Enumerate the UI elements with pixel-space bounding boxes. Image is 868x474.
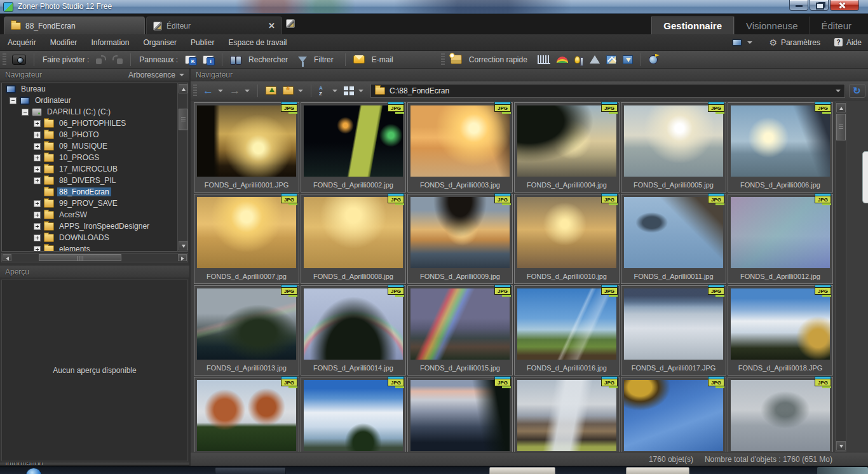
tree-item-99-prov-save[interactable]: 99_PROV_SAVE bbox=[2, 198, 187, 209]
tree-item-10-progs[interactable]: 10_PROGS bbox=[2, 152, 187, 163]
taskbar-button[interactable] bbox=[215, 467, 286, 474]
photo-thumbnail[interactable] bbox=[731, 105, 830, 177]
view-mode-button[interactable] bbox=[341, 85, 367, 97]
thumbnail-cell[interactable]: JPG bbox=[194, 377, 299, 452]
expand-icon[interactable] bbox=[34, 246, 41, 252]
rotate-right-button[interactable] bbox=[109, 54, 126, 65]
mode-visionneuse[interactable]: Visionneuse bbox=[734, 17, 809, 34]
thumbnail-cell[interactable]: JPGFONDS_d_Aprilli0007.jpg bbox=[194, 194, 299, 284]
toolbar-grip[interactable] bbox=[3, 53, 6, 66]
thumbnail-cell[interactable]: JPGFONDS_d_Aprilli0015.jpg bbox=[407, 285, 513, 376]
menu-publier[interactable]: Publier bbox=[184, 35, 220, 50]
tree-item-apps-ironspeeddesigner[interactable]: APPS_IronSpeedDesigner bbox=[2, 220, 187, 232]
scroll-up-icon[interactable] bbox=[836, 103, 846, 112]
menu-acquérir[interactable]: Acquérir bbox=[1, 35, 43, 50]
photo-thumbnail[interactable] bbox=[410, 288, 510, 360]
taskbar-button[interactable] bbox=[626, 467, 689, 474]
minimize-button[interactable] bbox=[789, 0, 808, 11]
photo-thumbnail[interactable] bbox=[624, 380, 723, 451]
expand-icon[interactable] bbox=[34, 200, 41, 207]
gear-icon[interactable]: ⚙ bbox=[769, 37, 777, 48]
chevron-down-icon[interactable] bbox=[245, 90, 250, 92]
scrollbar-thumb[interactable] bbox=[836, 114, 846, 140]
batch-button[interactable] bbox=[620, 54, 636, 65]
favorites-button[interactable] bbox=[280, 85, 306, 96]
toolbar-grip[interactable] bbox=[441, 53, 445, 66]
photo-thumbnail[interactable] bbox=[731, 288, 830, 360]
panel-navigator-button[interactable] bbox=[182, 54, 200, 65]
thumbnail-cell[interactable]: JPGFONDS_d_Aprilli0008.jpg bbox=[301, 194, 406, 284]
expand-icon[interactable] bbox=[34, 132, 41, 139]
menu-modifier[interactable]: Modifier bbox=[44, 35, 84, 50]
photo-thumbnail[interactable] bbox=[731, 197, 830, 268]
rotate-left-button[interactable] bbox=[93, 54, 109, 65]
thumbnail-cell[interactable]: JPGFONDS_d_Aprilli0012.jpg bbox=[728, 194, 833, 284]
photo-thumbnail[interactable] bbox=[517, 105, 616, 177]
photo-thumbnail[interactable] bbox=[197, 288, 296, 360]
acquire-button[interactable] bbox=[9, 53, 29, 66]
tree-item-09-musique[interactable]: 09_MUSIQUE bbox=[2, 140, 187, 152]
photo-thumbnail[interactable] bbox=[197, 380, 296, 451]
mode-éditeur[interactable]: Éditeur bbox=[809, 17, 863, 34]
scroll-down-icon[interactable] bbox=[179, 241, 187, 250]
exposure-button[interactable] bbox=[571, 55, 587, 65]
collapse-icon[interactable] bbox=[22, 109, 29, 116]
expand-icon[interactable] bbox=[34, 154, 41, 161]
photo-thumbnail[interactable] bbox=[410, 380, 510, 451]
scroll-right-icon[interactable] bbox=[178, 254, 187, 261]
photo-thumbnail[interactable] bbox=[304, 105, 403, 177]
thumbnail-cell[interactable]: JPG bbox=[621, 377, 726, 452]
tab-folder[interactable]: 88_FondEcran bbox=[4, 17, 145, 34]
photo-thumbnail[interactable] bbox=[731, 380, 830, 451]
tree-view-mode-dropdown[interactable]: Arborescence bbox=[128, 71, 184, 79]
restore-button[interactable] bbox=[810, 0, 829, 11]
photo-thumbnail[interactable] bbox=[197, 197, 296, 268]
taskbar-button[interactable] bbox=[489, 467, 555, 474]
scroll-left-icon[interactable] bbox=[3, 254, 11, 261]
help-icon[interactable]: ? bbox=[834, 38, 843, 46]
tree-item-08-photo[interactable]: 08_PHOTO bbox=[2, 129, 187, 140]
up-folder-button[interactable] bbox=[262, 85, 280, 96]
menu-espace-de-travail[interactable]: Espace de travail bbox=[222, 35, 293, 50]
tree-item-88-divers-pil[interactable]: 88_DIVERS_PIL bbox=[2, 175, 187, 186]
tree-item-88-fondecran[interactable]: 88_FondEcran bbox=[2, 186, 187, 198]
thumbnail-cell[interactable]: JPG bbox=[407, 377, 513, 452]
taskbar-tray[interactable] bbox=[817, 467, 868, 474]
sort-button[interactable] bbox=[316, 85, 341, 97]
expand-icon[interactable] bbox=[34, 212, 41, 219]
chevron-down-icon[interactable] bbox=[358, 90, 363, 92]
panel-info-button[interactable] bbox=[200, 54, 217, 65]
display-profile-icon[interactable] bbox=[732, 39, 742, 46]
thumbnail-cell[interactable]: JPGFONDS_d_Aprilli0013.jpg bbox=[194, 285, 299, 376]
thumbnail-cell[interactable]: JPGFONDS_d_Aprilli0005.jpg bbox=[621, 102, 726, 193]
sharpen-button[interactable] bbox=[587, 54, 603, 65]
photo-thumbnail[interactable] bbox=[624, 197, 723, 268]
tree-item-acersw[interactable]: AcerSW bbox=[2, 209, 187, 220]
resize-button[interactable] bbox=[603, 54, 620, 65]
photo-thumbnail[interactable] bbox=[304, 380, 403, 451]
help-label[interactable]: Aide bbox=[846, 38, 862, 47]
photo-thumbnail[interactable] bbox=[197, 105, 296, 177]
tree-item-elements[interactable]: elements bbox=[2, 243, 187, 252]
photo-thumbnail[interactable] bbox=[517, 380, 616, 451]
thumbnail-cell[interactable]: JPGFONDS_d_Aprilli0006.jpg bbox=[728, 102, 833, 193]
scrollbar-thumb[interactable] bbox=[179, 109, 187, 130]
tree-horizontal-scrollbar[interactable] bbox=[1, 253, 188, 262]
expand-icon[interactable] bbox=[34, 177, 41, 184]
thumbnail-cell[interactable]: JPGFONDS_d_Aprilli0011.jpg bbox=[621, 194, 726, 284]
tree-item-bureau[interactable]: Bureau bbox=[2, 83, 187, 95]
photo-thumbnail[interactable] bbox=[410, 105, 510, 177]
thumbnail-cell[interactable]: JPGFONDS_d_Aprilli0016.jpg bbox=[514, 285, 620, 376]
chevron-down-icon[interactable] bbox=[836, 90, 841, 92]
forward-button[interactable]: → bbox=[226, 83, 253, 98]
mode-gestionnaire[interactable]: Gestionnaire bbox=[651, 17, 734, 34]
settings-label[interactable]: Paramètres bbox=[781, 38, 820, 47]
thumbnail-cell[interactable]: JPGFONDS_d_Aprilli0001.JPG bbox=[194, 102, 299, 193]
expand-icon[interactable] bbox=[34, 143, 41, 150]
grid-vertical-scrollbar[interactable] bbox=[835, 102, 846, 452]
thumbnail-cell[interactable]: JPGFONDS_d_Aprilli0003.jpg bbox=[407, 102, 513, 193]
thumbnail-cell[interactable]: JPGFONDS_d_Aprilli0014.jpg bbox=[301, 285, 406, 376]
thumbnail-cell[interactable]: JPGFONDS_d_Aprilli0009.jpg bbox=[407, 194, 513, 284]
refresh-button[interactable] bbox=[849, 84, 865, 98]
thumbnail-cell[interactable]: JPG bbox=[301, 377, 406, 452]
